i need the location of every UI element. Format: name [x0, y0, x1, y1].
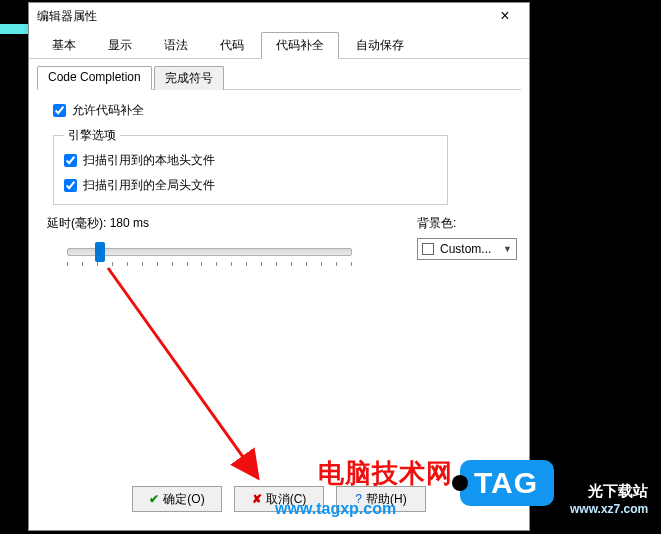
- scan-global-headers-input[interactable]: [64, 179, 77, 192]
- bgcolor-selected-text: Custom...: [440, 242, 503, 256]
- tab-syntax[interactable]: 语法: [149, 32, 203, 59]
- allow-code-completion-input[interactable]: [53, 104, 66, 117]
- ok-button[interactable]: ✔ 确定(O): [132, 486, 222, 512]
- tab-code-completion[interactable]: 代码补全: [261, 32, 339, 59]
- scan-local-headers-label: 扫描引用到的本地头文件: [83, 152, 215, 169]
- tab-code[interactable]: 代码: [205, 32, 259, 59]
- tab-basic[interactable]: 基本: [37, 32, 91, 59]
- background-accent: [0, 24, 28, 34]
- ok-button-label: 确定(O): [163, 491, 204, 508]
- x-icon: ✘: [252, 492, 262, 506]
- scan-global-headers-checkbox[interactable]: 扫描引用到的全局头文件: [64, 177, 437, 194]
- sub-tabstrip: Code Completion 完成符号: [37, 65, 521, 90]
- tab-autosave[interactable]: 自动保存: [341, 32, 419, 59]
- color-swatch-icon: [422, 243, 434, 255]
- watermark-dl-line2: www.xz7.com: [570, 501, 648, 518]
- watermark-site-name: 电脑技术网: [318, 456, 453, 491]
- slider-thumb[interactable]: [95, 242, 105, 262]
- titlebar: 编辑器属性 ×: [29, 3, 529, 29]
- engine-legend: 引擎选项: [64, 127, 120, 144]
- delay-column: 延时(毫秒): 180 ms: [47, 215, 387, 270]
- settings-columns: 延时(毫秒): 180 ms 背景色: Custom... ▼: [47, 215, 521, 270]
- allow-code-completion-checkbox[interactable]: 允许代码补全: [53, 102, 521, 119]
- main-tabstrip: 基本 显示 语法 代码 代码补全 自动保存: [29, 29, 529, 59]
- watermark-tag-badge: TAG: [460, 460, 554, 506]
- engine-options-group: 引擎选项 扫描引用到的本地头文件 扫描引用到的全局头文件: [53, 127, 448, 205]
- subtab-code-completion[interactable]: Code Completion: [37, 66, 152, 90]
- delay-label-prefix: 延时(毫秒):: [47, 216, 110, 230]
- watermark-url: www.tagxp.com: [275, 500, 396, 518]
- delay-label: 延时(毫秒): 180 ms: [47, 215, 387, 232]
- dialog-title: 编辑器属性: [37, 8, 485, 25]
- bgcolor-combobox[interactable]: Custom... ▼: [417, 238, 517, 260]
- delay-slider[interactable]: [67, 242, 352, 270]
- content-spacer: [37, 270, 521, 478]
- close-icon: ×: [500, 7, 509, 25]
- editor-properties-dialog: 编辑器属性 × 基本 显示 语法 代码 代码补全 自动保存 Code Compl…: [28, 2, 530, 531]
- scan-global-headers-label: 扫描引用到的全局头文件: [83, 177, 215, 194]
- bgcolor-column: 背景色: Custom... ▼: [417, 215, 527, 270]
- watermark-download-site: 光下载站 www.xz7.com: [570, 480, 648, 518]
- allow-code-completion-label: 允许代码补全: [72, 102, 144, 119]
- check-icon: ✔: [149, 492, 159, 506]
- tag-notch-icon: [452, 475, 468, 491]
- subtab-completion-symbols[interactable]: 完成符号: [154, 66, 224, 90]
- close-button[interactable]: ×: [485, 4, 525, 28]
- slider-ticks: [67, 262, 352, 268]
- watermark-tag-text: TAG: [474, 466, 538, 500]
- tab-display[interactable]: 显示: [93, 32, 147, 59]
- watermark-dl-line1: 光下载站: [570, 480, 648, 501]
- scan-local-headers-input[interactable]: [64, 154, 77, 167]
- bgcolor-label: 背景色:: [417, 215, 527, 232]
- scan-local-headers-checkbox[interactable]: 扫描引用到的本地头文件: [64, 152, 437, 169]
- tab-content: Code Completion 完成符号 允许代码补全 引擎选项 扫描引用到的本…: [29, 59, 529, 530]
- chevron-down-icon: ▼: [503, 244, 512, 254]
- slider-track: [67, 248, 352, 256]
- delay-value-text: 180 ms: [110, 216, 149, 230]
